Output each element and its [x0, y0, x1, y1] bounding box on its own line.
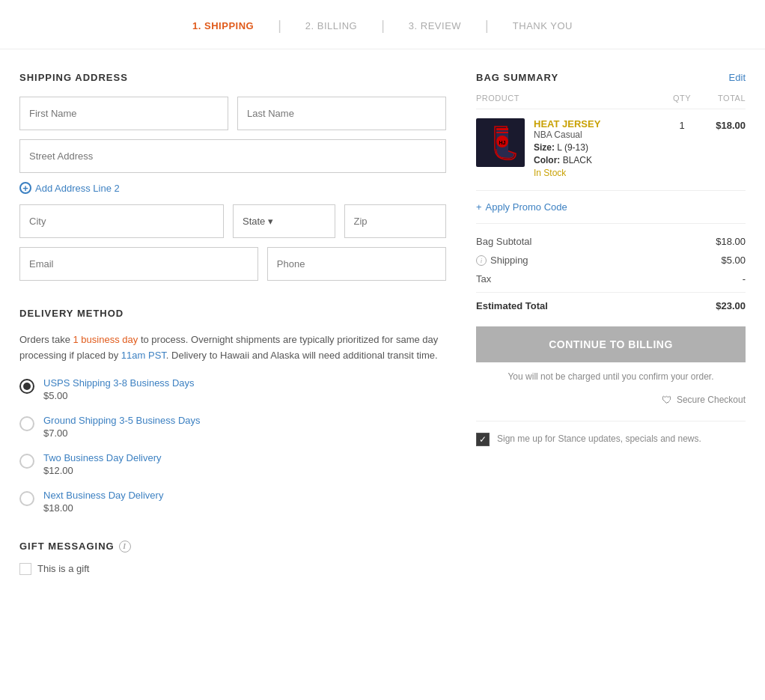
option-ground-price: $7.00 [43, 427, 201, 439]
step-thankyou: Thank You [513, 20, 573, 31]
add-address-label: Add Address Line 2 [35, 183, 120, 194]
step-divider-2: | [381, 18, 385, 34]
product-info: Heat Jersey NBA Casual Size: L (9-13) Co… [534, 118, 663, 178]
plus-circle-icon: + [19, 182, 31, 194]
estimated-total-value: $23.00 [716, 300, 746, 311]
shield-icon: 🛡 [662, 394, 672, 406]
gift-label: This is a gift [37, 563, 89, 574]
not-charged-text: You will not be charged until you confir… [476, 370, 746, 383]
city-state-zip-row: State ▾ [19, 204, 446, 238]
street-input[interactable] [19, 139, 446, 173]
shipping-option-usps[interactable]: USPS Shipping 3-8 Business Days $5.00 [19, 377, 446, 401]
product-price: $18.00 [701, 118, 746, 131]
option-nextday-label: Next Business Day Delivery [43, 490, 163, 501]
gift-checkbox-row: This is a gift [19, 563, 446, 575]
email-input[interactable] [19, 247, 258, 281]
option-twoday-price: $12.00 [43, 465, 162, 476]
last-name-group [237, 97, 446, 130]
shipping-row: i Shipping $5.00 [476, 255, 746, 266]
radio-ground[interactable] [19, 416, 34, 431]
city-group [19, 204, 224, 238]
zip-input[interactable] [344, 204, 447, 238]
option-ground-label: Ground Shipping 3-5 Business Days [43, 415, 201, 426]
city-input[interactable] [19, 204, 224, 238]
svg-rect-2 [496, 132, 508, 133]
estimated-total-label: Estimated Total [476, 300, 548, 311]
left-column: Shipping Address + Add Address Line 2 [19, 72, 446, 575]
edit-link[interactable]: Edit [729, 72, 746, 83]
continue-to-billing-button[interactable]: Continue to Billing [476, 326, 746, 362]
bag-summary-header: Bag Summary Edit [476, 72, 746, 83]
product-stock: In Stock [534, 168, 663, 178]
product-image: HJ [476, 118, 525, 167]
signup-row: ✓ Sign me up for Stance updates, special… [476, 421, 746, 446]
email-group [19, 247, 258, 281]
shipping-value: $5.00 [721, 255, 746, 266]
product-size: Size: L (9-13) [534, 142, 663, 153]
subtotal-label: Bag Subtotal [476, 236, 531, 247]
option-usps-details: USPS Shipping 3-8 Business Days $5.00 [43, 377, 195, 401]
step-review[interactable]: 3. Review [409, 20, 461, 31]
delivery-method-title: Delivery Method [19, 308, 446, 319]
phone-group [267, 247, 446, 281]
col-product-header: Product [476, 94, 663, 103]
bag-summary-title: Bag Summary [476, 72, 558, 83]
shipping-option-nextday[interactable]: Next Business Day Delivery $18.00 [19, 490, 446, 514]
product-table-header: Product QTY Total [476, 94, 746, 109]
option-usps-price: $5.00 [43, 390, 195, 401]
right-column: Bag Summary Edit Product QTY Total [476, 72, 746, 575]
subtotal-value: $18.00 [716, 236, 746, 247]
gift-info-icon[interactable]: i [119, 541, 131, 553]
checkmark-icon: ✓ [479, 434, 487, 445]
shipping-option-twoday[interactable]: Two Business Day Delivery $12.00 [19, 452, 446, 476]
totals-section: Bag Subtotal $18.00 i Shipping $5.00 Tax… [476, 236, 746, 311]
delivery-desc: Orders take 1 business day to process. O… [19, 332, 446, 364]
totals-divider [476, 292, 746, 293]
delivery-method-section: Delivery Method Orders take 1 business d… [19, 308, 446, 514]
secure-checkout: 🛡 Secure Checkout [476, 394, 746, 406]
last-name-input[interactable] [237, 97, 446, 130]
highlight-1day: 1 business day [73, 334, 138, 345]
tax-label: Tax [476, 273, 491, 284]
step-divider-1: | [278, 18, 281, 34]
radio-nextday[interactable] [19, 491, 34, 506]
col-qty-header: QTY [663, 94, 701, 103]
promo-section[interactable]: + Apply Promo Code [476, 190, 746, 224]
gift-messaging-section: Gift Messaging i This is a gift [19, 541, 446, 575]
option-nextday-price: $18.00 [43, 502, 163, 514]
product-brand: NBA Casual [534, 130, 663, 140]
subtotal-row: Bag Subtotal $18.00 [476, 236, 746, 247]
radio-twoday[interactable] [19, 454, 34, 469]
add-address-line-button[interactable]: + Add Address Line 2 [19, 182, 446, 194]
signup-checkbox[interactable]: ✓ [476, 433, 490, 446]
email-phone-row [19, 247, 446, 281]
option-nextday-details: Next Business Day Delivery $18.00 [43, 490, 163, 514]
tax-row: Tax - [476, 273, 746, 284]
step-shipping[interactable]: 1. Shipping [192, 20, 254, 31]
name-row [19, 97, 446, 130]
radio-usps[interactable] [19, 379, 34, 394]
radio-usps-inner [23, 383, 31, 390]
option-twoday-label: Two Business Day Delivery [43, 452, 162, 463]
product-name: Heat Jersey [534, 118, 663, 130]
option-twoday-details: Two Business Day Delivery $12.00 [43, 452, 162, 476]
steps-bar: 1. Shipping | 2. Billing | 3. Review | T… [0, 0, 765, 49]
first-name-input[interactable] [19, 97, 228, 130]
estimated-total-row: Estimated Total $23.00 [476, 300, 746, 311]
gift-checkbox[interactable] [19, 563, 31, 575]
product-color: Color: BLACK [534, 155, 663, 165]
secure-checkout-label: Secure Checkout [677, 395, 746, 405]
option-usps-label: USPS Shipping 3-8 Business Days [43, 377, 195, 389]
step-billing[interactable]: 2. Billing [305, 20, 357, 31]
state-group: State ▾ [233, 204, 335, 238]
phone-input[interactable] [267, 247, 446, 281]
col-total-header: Total [701, 94, 746, 103]
option-ground-details: Ground Shipping 3-5 Business Days $7.00 [43, 415, 201, 439]
state-select[interactable]: State ▾ [233, 204, 335, 238]
shipping-info-icon[interactable]: i [476, 255, 487, 266]
svg-text:HJ: HJ [499, 140, 506, 145]
highlight-11am: 11am PST [121, 350, 166, 361]
street-group [19, 139, 446, 173]
svg-rect-1 [496, 128, 508, 130]
shipping-option-ground[interactable]: Ground Shipping 3-5 Business Days $7.00 [19, 415, 446, 439]
